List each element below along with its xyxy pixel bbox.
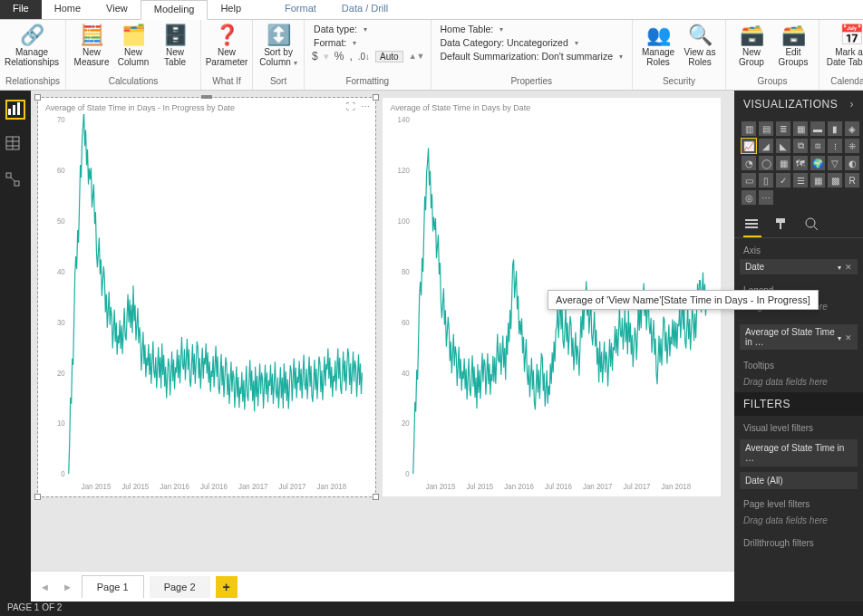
values-field-pill[interactable]: Average of State Time in … ▾✕: [740, 324, 858, 350]
page-filters-label: Page level filters: [734, 492, 863, 513]
page-tab-2[interactable]: Page 2: [150, 576, 210, 598]
sort-by-column-button[interactable]: ↕️ Sort by Column: [258, 22, 298, 68]
table-viz-icon[interactable]: ▦: [810, 173, 825, 188]
decimal-down-icon[interactable]: .0↓: [358, 52, 370, 62]
tab-home[interactable]: Home: [42, 0, 93, 19]
matrix-icon[interactable]: ▩: [828, 173, 842, 188]
edit-groups-button[interactable]: 🗃️ Edit Groups: [773, 22, 813, 67]
roles-icon: 👥: [646, 24, 671, 47]
resize-handle[interactable]: [373, 494, 379, 500]
filled-map-icon[interactable]: 🌍: [810, 156, 825, 170]
gauge-icon[interactable]: ◐: [845, 156, 859, 170]
view-as-icon: 🔍: [688, 24, 713, 47]
line-chart-icon[interactable]: 📈: [742, 139, 756, 153]
100-bar-icon[interactable]: ▬: [810, 121, 825, 136]
resize-handle[interactable]: [34, 94, 41, 101]
tooltips-drop[interactable]: Drag data fields here: [734, 374, 863, 392]
clustered-column-icon[interactable]: ▦: [793, 121, 808, 136]
data-view-button[interactable]: [5, 136, 25, 156]
format-tab[interactable]: [772, 214, 792, 237]
svg-line-9: [11, 178, 15, 181]
collapse-panel-icon[interactable]: ›: [850, 98, 855, 111]
auto-decimals[interactable]: Auto: [375, 51, 403, 63]
focus-mode-icon[interactable]: ⛶: [346, 101, 355, 111]
new-group-button[interactable]: 🗃️ New Group: [732, 22, 771, 67]
tab-help[interactable]: Help: [208, 0, 254, 19]
multi-card-icon[interactable]: ▯: [759, 173, 773, 188]
area-chart-icon[interactable]: ◢: [759, 139, 773, 153]
manage-roles-button[interactable]: 👥 Manage Roles: [638, 22, 678, 67]
model-view-button[interactable]: [5, 172, 25, 192]
tab-view[interactable]: View: [93, 0, 141, 19]
remove-field-icon[interactable]: ✕: [845, 333, 852, 342]
page-tab-1[interactable]: Page 1: [82, 575, 144, 598]
data-type-dropdown[interactable]: Data type:: [310, 23, 424, 35]
100-column-icon[interactable]: ▮: [828, 121, 842, 136]
currency-button[interactable]: $: [312, 50, 318, 63]
filter-item-avg[interactable]: Average of State Time in …: [740, 439, 858, 467]
svg-text:30: 30: [57, 319, 65, 327]
map-icon[interactable]: 🗺: [793, 156, 808, 170]
field-tooltip: Average of 'View Name'[State Time in Day…: [548, 290, 819, 310]
ribbon: 🔗 Manage Relationships Relationships 🧮 N…: [0, 20, 863, 91]
fields-tab[interactable]: [743, 214, 761, 237]
donut-icon[interactable]: ◯: [759, 156, 773, 170]
resize-handle[interactable]: [201, 95, 212, 99]
more-options-icon[interactable]: ⋯: [361, 101, 370, 111]
kpi-icon[interactable]: ✓: [776, 173, 790, 188]
default-summarization-dropdown[interactable]: Default Summarization: Don't summarize: [437, 50, 627, 63]
treemap-icon[interactable]: ▦: [776, 156, 790, 170]
resize-handle[interactable]: [373, 94, 379, 101]
page-next-button[interactable]: ►: [59, 582, 76, 592]
tab-file[interactable]: File: [0, 0, 42, 19]
ribbon-chart-icon[interactable]: ◈: [845, 121, 859, 136]
svg-text:Jan 2018: Jan 2018: [662, 483, 692, 491]
group-label-formatting: Formatting: [310, 76, 424, 89]
filter-item-date[interactable]: Date (All): [740, 472, 858, 489]
combo2-icon[interactable]: ⧇: [810, 139, 825, 153]
analytics-tab[interactable]: [803, 214, 823, 237]
add-page-button[interactable]: +: [216, 576, 238, 598]
svg-rect-0: [8, 109, 11, 115]
report-canvas[interactable]: ⛶ ⋯ Average of State Time in Days - In P…: [31, 91, 734, 571]
mark-date-table-button[interactable]: 📅 Mark as Date Table: [825, 22, 863, 68]
custom-viz-icon[interactable]: ⋯: [759, 190, 773, 205]
new-parameter-button[interactable]: ❓ New Parameter: [207, 22, 247, 67]
waterfall-icon[interactable]: ⫶: [828, 139, 842, 153]
funnel-icon[interactable]: ▽: [828, 156, 842, 170]
stacked-area-icon[interactable]: ◣: [776, 139, 790, 153]
resize-handle[interactable]: [34, 494, 41, 500]
group-label-whatif: What If: [207, 76, 247, 89]
stacked-bar-icon[interactable]: ▥: [742, 121, 756, 136]
tab-modeling[interactable]: Modeling: [141, 0, 208, 20]
tab-datadrill[interactable]: Data / Drill: [329, 0, 401, 19]
new-table-button[interactable]: 🗄️ New Table: [155, 22, 195, 67]
home-table-dropdown[interactable]: Home Table:: [437, 23, 627, 35]
pie-icon[interactable]: ◔: [742, 156, 756, 170]
slicer-icon[interactable]: ☰: [793, 173, 808, 188]
thousands-button[interactable]: ,: [349, 50, 352, 63]
manage-relationships-button[interactable]: 🔗 Manage Relationships: [5, 22, 58, 67]
card-icon[interactable]: ▭: [742, 173, 756, 188]
page-filters-drop[interactable]: Drag data fields here: [734, 513, 863, 531]
r-visual-icon[interactable]: R: [845, 173, 859, 188]
tab-format[interactable]: Format: [272, 0, 329, 19]
py-visual-icon[interactable]: ◎: [742, 190, 756, 205]
scatter-icon[interactable]: ⁜: [845, 139, 859, 153]
page-prev-button[interactable]: ◄: [36, 582, 53, 592]
chart-title: Average of State Time in Days - In Progr…: [45, 103, 368, 112]
new-column-button[interactable]: 🗂️ New Column: [113, 22, 153, 67]
percent-button[interactable]: %: [335, 50, 344, 63]
axis-field-pill[interactable]: Date ▾✕: [740, 259, 858, 274]
clustered-bar-icon[interactable]: ≣: [776, 121, 790, 136]
data-category-dropdown[interactable]: Data Category: Uncategorized: [437, 36, 627, 49]
combo-icon[interactable]: ⧉: [793, 139, 808, 153]
visualizations-panel: VISUALIZATIONS › ▥ ▤ ≣ ▦ ▬ ▮ ◈ 📈 ◢ ◣ ⧉ ⧇…: [734, 91, 863, 602]
chart-left[interactable]: ⛶ ⋯ Average of State Time in Days - In P…: [38, 98, 375, 496]
format-dropdown[interactable]: Format:: [310, 36, 424, 49]
new-measure-button[interactable]: 🧮 New Measure: [72, 22, 112, 67]
report-view-button[interactable]: [5, 100, 25, 120]
view-as-roles-button[interactable]: 🔍 View as Roles: [680, 22, 720, 67]
remove-field-icon[interactable]: ✕: [845, 263, 852, 272]
stacked-column-icon[interactable]: ▤: [759, 121, 773, 136]
